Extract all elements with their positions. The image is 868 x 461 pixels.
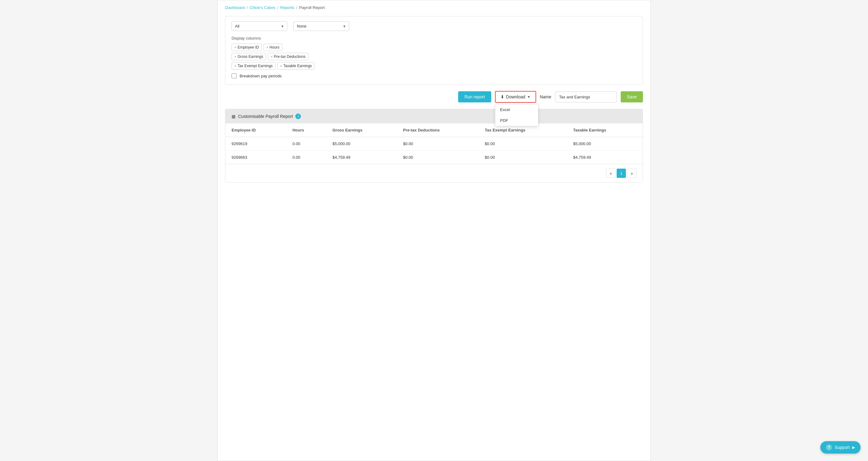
tag-label-tax-exempt-earnings: Tax Exempt Earnings (238, 64, 272, 68)
filter-section: All ▼ None ▼ Display columns ×Employee I… (225, 16, 643, 85)
tag-remove-hours-icon[interactable]: × (266, 45, 268, 49)
tag-remove-pre-tax-deductions-icon[interactable]: × (271, 55, 272, 59)
date-filter-select[interactable]: None (293, 21, 349, 31)
table-row: 92696190.00$5,000.00$0.00$0.00$5,000.00 (225, 137, 643, 151)
tag-remove-tax-exempt-earnings-icon[interactable]: × (234, 64, 236, 68)
save-button[interactable]: Save (621, 91, 643, 102)
cell-hours: 0.00 (286, 151, 326, 164)
breakdown-checkbox[interactable] (231, 73, 237, 78)
cell-gross-earnings: $5,000.00 (326, 137, 397, 151)
col-header-gross-earnings: Gross Earnings (326, 124, 397, 137)
pagination-next-button[interactable]: » (627, 169, 637, 178)
cell-pre-tax-deductions: $0.00 (397, 137, 478, 151)
tag-label-gross-earnings: Gross Earnings (238, 55, 263, 59)
col-header-hours: Hours (286, 124, 326, 137)
table-body: 92696190.00$5,000.00$0.00$0.00$5,000.009… (225, 137, 643, 164)
report-header: ▦ Customisable Payroll Report i (225, 109, 643, 124)
cell-hours: 0.00 (286, 137, 326, 151)
info-icon[interactable]: i (295, 113, 301, 119)
tags-container: ×Employee ID×Hours×Gross Earnings×Pre-ta… (231, 44, 318, 70)
cell-tax-exempt-earnings: $0.00 (478, 137, 567, 151)
breakdown-row: Breakdown pay periods (231, 73, 637, 78)
display-columns-label: Display columns (231, 36, 637, 40)
tag-taxable-earnings[interactable]: ×Taxable Earnings (277, 62, 315, 70)
cell-employee-id: 9269663 (225, 151, 286, 164)
breadcrumb-current: Payroll Report (299, 5, 324, 10)
download-dropdown-menu: ExcelPDF (495, 104, 538, 126)
cell-pre-tax-deductions: $0.00 (397, 151, 478, 164)
cell-taxable-earnings: $5,000.00 (567, 137, 643, 151)
dropdown-item-excel[interactable]: Excel (495, 104, 538, 115)
support-chevron-icon: ▶ (852, 445, 855, 450)
support-label: Support (835, 445, 850, 450)
tag-label-taxable-earnings: Taxable Earnings (283, 64, 312, 68)
support-button[interactable]: ? Support ▶ (820, 441, 861, 454)
download-label: Download (506, 94, 525, 99)
download-caret-icon: ▼ (527, 95, 531, 99)
date-filter-wrapper: None ▼ (293, 21, 349, 31)
cell-taxable-earnings: $4,759.49 (567, 151, 643, 164)
tag-remove-gross-earnings-icon[interactable]: × (234, 55, 236, 59)
breadcrumb-reports[interactable]: Reports (280, 5, 294, 10)
cell-employee-id: 9269619 (225, 137, 286, 151)
col-header-employee-id: Employee ID (225, 124, 286, 137)
group-filter-wrapper: All ▼ (231, 21, 287, 31)
tag-remove-employee-id-icon[interactable]: × (234, 45, 236, 49)
breakdown-label: Breakdown pay periods (240, 74, 282, 78)
breadcrumb: Dashboard / Chloe's Cakes / Reports / Pa… (225, 5, 643, 10)
action-bar: Run report ⬇ Download ▼ ExcelPDF Name Sa… (225, 91, 643, 103)
report-section: ▦ Customisable Payroll Report i Employee… (225, 109, 643, 183)
col-header-pre-tax-deductions: Pre-tax Deductions (397, 124, 478, 137)
tag-employee-id[interactable]: ×Employee ID (231, 44, 261, 51)
tag-label-pre-tax-deductions: Pre-tax Deductions (274, 55, 306, 59)
report-grid-icon: ▦ (231, 114, 236, 119)
group-filter-select[interactable]: All (231, 21, 287, 31)
download-button[interactable]: ⬇ Download ▼ (495, 91, 536, 103)
breadcrumb-dashboard[interactable]: Dashboard (225, 5, 245, 10)
dropdown-item-pdf[interactable]: PDF (495, 115, 538, 126)
download-wrapper: ⬇ Download ▼ ExcelPDF (495, 91, 536, 103)
report-name-input[interactable] (555, 92, 617, 102)
filter-row: All ▼ None ▼ (231, 21, 637, 31)
report-title: Customisable Payroll Report (238, 114, 293, 119)
pagination-prev-button[interactable]: « (606, 169, 615, 178)
pagination-row: « 1 » (225, 164, 643, 182)
support-question-icon: ? (826, 444, 832, 451)
report-table: Employee IDHoursGross EarningsPre-tax De… (225, 124, 643, 164)
tag-remove-taxable-earnings-icon[interactable]: × (280, 64, 282, 68)
table-header-row: Employee IDHoursGross EarningsPre-tax De… (225, 124, 643, 137)
run-report-button[interactable]: Run report (458, 91, 491, 102)
cell-tax-exempt-earnings: $0.00 (478, 151, 567, 164)
breadcrumb-company[interactable]: Chloe's Cakes (249, 5, 275, 10)
table-row: 92696630.00$4,759.49$0.00$0.00$4,759.49 (225, 151, 643, 164)
pagination-page-1-button[interactable]: 1 (617, 169, 626, 178)
tag-gross-earnings[interactable]: ×Gross Earnings (231, 53, 266, 60)
tag-label-employee-id: Employee ID (238, 45, 259, 50)
tag-pre-tax-deductions[interactable]: ×Pre-tax Deductions (268, 53, 308, 60)
download-icon: ⬇ (501, 94, 504, 99)
table-head: Employee IDHoursGross EarningsPre-tax De… (225, 124, 643, 137)
cell-gross-earnings: $4,759.49 (326, 151, 397, 164)
tag-label-hours: Hours (270, 45, 280, 50)
tag-hours[interactable]: ×Hours (264, 44, 282, 51)
tag-tax-exempt-earnings[interactable]: ×Tax Exempt Earnings (231, 62, 276, 70)
col-header-taxable-earnings: Taxable Earnings (567, 124, 643, 137)
name-label: Name (540, 94, 551, 99)
